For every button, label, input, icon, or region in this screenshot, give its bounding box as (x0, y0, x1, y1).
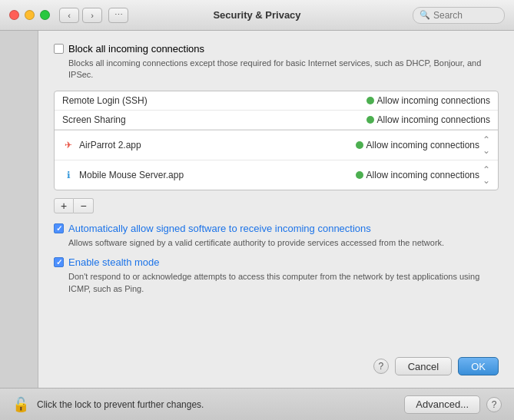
traffic-lights (9, 10, 50, 20)
stealth-checkbox[interactable] (54, 257, 64, 267)
chevron-icon: ⌃⌄ (482, 134, 490, 156)
firewall-row: Screen Sharing Allow incoming connection… (55, 111, 498, 130)
stealth-row: Enable stealth mode (54, 256, 499, 268)
bottom-right: Advanced... ? (404, 395, 502, 414)
block-all-checkbox[interactable] (54, 44, 64, 54)
bottom-bar: 🔓 Click the lock to prevent further chan… (0, 388, 514, 420)
firewall-table: Remote Login (SSH) Allow incoming connec… (54, 91, 499, 190)
help-button[interactable]: ? (373, 359, 389, 374)
app-icon: ✈ (62, 139, 75, 151)
firewall-row[interactable]: ℹ Mobile Mouse Server.app Allow incoming… (55, 160, 498, 190)
cancel-button[interactable]: Cancel (395, 357, 452, 375)
firewall-item-name: AirParrot 2.app (79, 140, 141, 150)
stealth-desc: Don't respond to or acknowledge attempts… (68, 271, 499, 295)
app-icon: ℹ (62, 169, 75, 181)
firewall-row-right: Allow incoming connections (366, 114, 490, 125)
firewall-row-right: Allow incoming connections ⌃⌄ (356, 134, 490, 156)
stealth-section: Enable stealth mode Don't respond to or … (54, 256, 499, 295)
app-grid-button[interactable]: ⋯ (108, 8, 128, 23)
firewall-row[interactable]: ✈ AirParrot 2.app Allow incoming connect… (55, 131, 498, 160)
firewall-row-left: ✈ AirParrot 2.app (62, 139, 356, 151)
allow-text: Allow incoming connections (366, 170, 479, 180)
action-row: ? Cancel OK (54, 357, 499, 388)
allow-text: Allow incoming connections (377, 95, 490, 106)
firewall-row-right: Allow incoming connections ⌃⌄ (356, 164, 490, 186)
search-icon: 🔍 (419, 10, 430, 20)
firewall-item-name: Mobile Mouse Server.app (79, 170, 184, 180)
block-all-section: Block all incoming connections Blocks al… (54, 43, 499, 81)
close-button[interactable] (9, 10, 19, 20)
block-all-desc: Blocks all incoming connections except t… (68, 58, 499, 81)
search-box[interactable]: 🔍 (413, 7, 505, 24)
sidebar (0, 31, 38, 388)
status-dot (356, 141, 363, 149)
firewall-row-left: ℹ Mobile Mouse Server.app (62, 169, 356, 181)
chevron-icon: ⌃⌄ (482, 164, 490, 186)
add-remove-row: + − (54, 198, 499, 213)
stealth-label: Enable stealth mode (68, 256, 160, 268)
auto-allow-checkbox[interactable] (54, 223, 64, 233)
titlebar-left: ‹ › ⋯ (9, 8, 128, 23)
remove-button[interactable]: − (74, 198, 94, 213)
auto-allow-desc: Allows software signed by a valid certif… (68, 237, 499, 249)
firewall-item-name: Screen Sharing (62, 114, 126, 125)
minimize-button[interactable] (25, 10, 35, 20)
back-button[interactable]: ‹ (59, 8, 79, 23)
firewall-row-left: Screen Sharing (62, 114, 366, 125)
search-input[interactable] (433, 10, 495, 21)
forward-button[interactable]: › (82, 8, 102, 23)
allow-text: Allow incoming connections (366, 140, 479, 150)
add-button[interactable]: + (54, 198, 74, 213)
bottom-left: 🔓 Click the lock to prevent further chan… (12, 396, 204, 413)
block-all-label: Block all incoming connections (68, 43, 204, 55)
advanced-button[interactable]: Advanced... (404, 395, 480, 414)
bottom-help-button[interactable]: ? (486, 397, 502, 412)
status-dot (366, 116, 374, 124)
content: Block all incoming connections Blocks al… (38, 31, 514, 388)
nav-buttons: ‹ › (59, 8, 102, 23)
main-area: Block all incoming connections Blocks al… (0, 31, 514, 388)
firewall-row-right: Allow incoming connections (366, 95, 490, 106)
window-title: Security & Privacy (213, 9, 300, 21)
status-dot (366, 97, 374, 104)
firewall-row: Remote Login (SSH) Allow incoming connec… (55, 91, 498, 111)
firewall-item-name: Remote Login (SSH) (62, 95, 148, 106)
maximize-button[interactable] (40, 10, 50, 20)
titlebar: ‹ › ⋯ Security & Privacy 🔍 (0, 0, 514, 31)
auto-allow-label: Automatically allow signed software to r… (68, 223, 371, 234)
firewall-row-left: Remote Login (SSH) (62, 95, 366, 106)
allow-text: Allow incoming connections (377, 114, 490, 125)
lock-text: Click the lock to prevent further change… (37, 399, 204, 410)
block-all-row: Block all incoming connections (54, 43, 499, 55)
auto-allow-section: Automatically allow signed software to r… (54, 223, 499, 249)
lock-icon[interactable]: 🔓 (12, 396, 29, 413)
ok-button[interactable]: OK (458, 357, 499, 375)
status-dot (356, 171, 363, 179)
auto-allow-row: Automatically allow signed software to r… (54, 223, 499, 234)
